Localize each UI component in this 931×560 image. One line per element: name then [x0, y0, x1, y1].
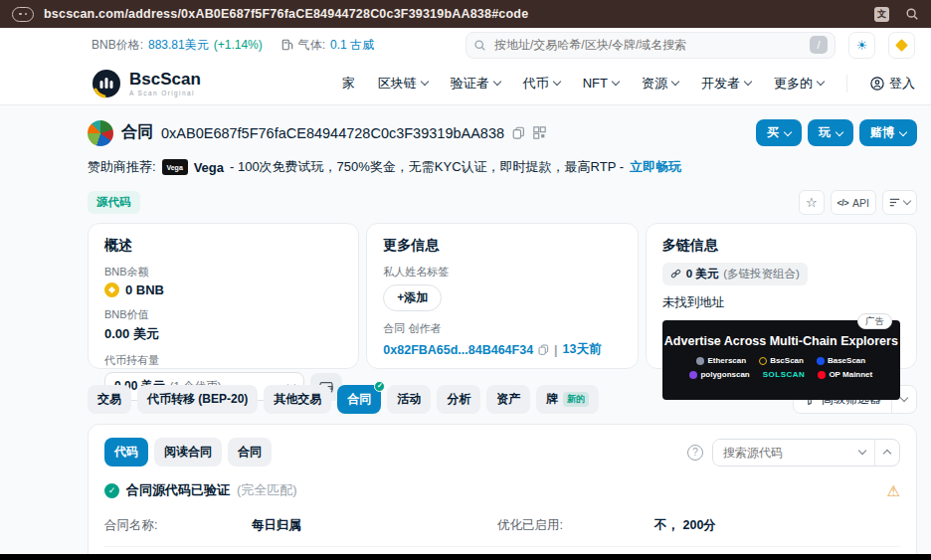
signin-button[interactable]: 登入: [870, 75, 915, 93]
source-search-input[interactable]: [713, 440, 850, 466]
nav-item-home[interactable]: 家: [342, 75, 355, 93]
search-bar[interactable]: /: [466, 32, 836, 59]
add-name-tag-button[interactable]: +添加: [383, 284, 442, 311]
tab-code[interactable]: 代码: [104, 438, 148, 467]
ad-banner[interactable]: 广告 Advertise Across Multi-Chain Explorer…: [662, 320, 900, 400]
brand-logo[interactable]: BscScan A Scan Original: [92, 69, 201, 98]
ad-logo-op-mainnet: OP Mainnet: [818, 370, 872, 379]
address-type-label: 合同: [121, 122, 153, 143]
ad-logo-etherscan: Etherscan: [696, 356, 746, 365]
bnb-coin-icon: [104, 282, 119, 297]
copy-creator-button[interactable]: [538, 344, 549, 355]
chevron-up-icon: [883, 450, 891, 458]
search-input[interactable]: [492, 37, 804, 53]
person-icon: [870, 77, 884, 91]
nav-item-tokens[interactable]: 代币: [523, 75, 560, 93]
multichain-title: 多链信息: [662, 237, 900, 255]
nav-item-developers[interactable]: 开发者: [701, 75, 751, 93]
chevron-down-icon: [784, 127, 792, 135]
separator: |: [554, 343, 558, 357]
tab-analytics[interactable]: 分析: [437, 385, 480, 414]
nav-item-blockchain[interactable]: 区块链: [378, 75, 428, 93]
favorite-button[interactable]: ☆: [799, 190, 825, 215]
contract-code-panel: 代码 阅读合同 合同 ? ✓ 合同源代码已验证 (完全匹配) ⚠ 合同名称: 每…: [88, 424, 917, 560]
address-avatar: [88, 120, 113, 146]
creator-label: 合同 创作者: [383, 321, 621, 336]
ad-logo-polygonscan: polygonscan: [689, 370, 749, 379]
sponsored-banner: 赞助商推荐: Vega Vega - 100次免费试玩，750%奖金，无需KYC…: [88, 158, 917, 176]
browser-address-bar[interactable]: bscscan.com/address/0xAB0E687f5F76faCE84…: [0, 0, 931, 28]
gamble-button[interactable]: 赌博: [859, 119, 917, 146]
source-code-badge: 源代码: [88, 191, 140, 214]
translate-icon[interactable]: 文: [874, 7, 889, 22]
sponsor-cta-link[interactable]: 立即畅玩: [630, 158, 681, 176]
overview-title: 概述: [104, 237, 342, 255]
list-filter-icon: [889, 197, 900, 208]
tab-write-contract[interactable]: 合同: [228, 438, 272, 467]
chevron-down-icon: [744, 78, 752, 86]
qr-code-icon: [533, 126, 546, 139]
page-content: 合同 0xAB0E687f5F76faCE84944728C0c3F39319b…: [0, 105, 931, 560]
site-settings-icon[interactable]: [12, 7, 34, 22]
source-search-dropdown[interactable]: [850, 440, 874, 466]
network-bnb-button[interactable]: [888, 32, 915, 59]
code-icon: </>: [838, 198, 849, 208]
gas-value[interactable]: 0.1 古威: [330, 37, 374, 54]
brand-tagline: A Scan Original: [129, 90, 201, 96]
tab-token-transfers[interactable]: 代币转移 (BEP-20): [137, 385, 258, 414]
help-icon[interactable]: ?: [687, 445, 703, 461]
nav-item-validators[interactable]: 验证者: [451, 75, 500, 93]
creator-address-link[interactable]: 0x82FBA65d...84B464F34: [383, 343, 533, 357]
more-info-card: 更多信息 私人姓名标签 +添加 合同 创作者 0x82FBA65d...84B4…: [366, 223, 638, 369]
copy-address-button[interactable]: [512, 126, 525, 139]
chevron-down-icon: [817, 78, 825, 86]
bnb-icon: [895, 39, 908, 52]
tab-contract[interactable]: 合同✓: [337, 385, 381, 414]
nav-item-resources[interactable]: 资源: [642, 75, 678, 93]
check-circle-icon: ✓: [104, 483, 119, 498]
qr-code-button[interactable]: [533, 126, 546, 139]
slash-key-badge: /: [810, 36, 828, 54]
tab-assets[interactable]: 资产: [486, 385, 530, 414]
optimization-label: 优化已启用:: [497, 505, 654, 547]
verified-text: 合同源代码已验证: [126, 481, 230, 499]
nav-item-more[interactable]: 更多的: [774, 75, 824, 93]
creator-time-link[interactable]: 13天前: [563, 341, 602, 358]
zoom-icon[interactable]: [905, 7, 919, 21]
overview-card: 概述 BNB余额 0 BNB BNB价值 0.00 美元 代币持有量 0.00 …: [88, 223, 359, 369]
ad-logo-basescan: BaseScan: [817, 356, 865, 365]
bnb-price-label: BNB价格:: [92, 37, 143, 54]
chevron-down-icon: [903, 197, 911, 205]
tab-read-contract[interactable]: 阅读合同: [154, 438, 222, 467]
bottom-strip: [0, 554, 931, 560]
chevron-down-icon: [420, 78, 428, 86]
sponsor-text: - 100次免费试玩，750%奖金，无需KYC认证，即时提款，最高RTP -: [230, 158, 624, 176]
warning-icon[interactable]: ⚠: [887, 483, 900, 498]
tab-transactions[interactable]: 交易: [88, 385, 131, 414]
chevron-down-icon: [900, 394, 908, 402]
multichain-portfolio-badge[interactable]: 0 美元 (多链投资组合): [662, 263, 808, 285]
bnb-value: 0.00 美元: [104, 325, 159, 343]
collapse-button[interactable]: [874, 440, 899, 466]
tab-internal-transactions[interactable]: 其他交易: [264, 385, 331, 414]
optimization-value: 不， 200分: [654, 505, 900, 547]
sun-icon: ☀: [856, 39, 868, 52]
url-text[interactable]: bscscan.com/address/0xAB0E687f5F76faCE84…: [44, 7, 528, 21]
buy-button[interactable]: 买: [756, 119, 802, 146]
new-badge: 新的: [563, 392, 589, 407]
bnb-price-value[interactable]: 883.81美元: [148, 37, 209, 54]
nav-item-nft[interactable]: NFT: [583, 76, 619, 91]
verified-check-icon: ✓: [374, 381, 385, 392]
tab-cards[interactable]: 牌新的: [536, 385, 599, 414]
nav-divider: [846, 75, 847, 93]
token-holdings-label: 代币持有量: [104, 353, 342, 368]
theme-toggle-button[interactable]: ☀: [848, 32, 875, 59]
api-button[interactable]: </>API: [831, 190, 876, 215]
chain-icon: [670, 269, 681, 280]
chevron-down-icon: [492, 78, 500, 86]
chevron-down-icon: [899, 127, 907, 135]
tab-events[interactable]: 活动: [387, 385, 431, 414]
play-button[interactable]: 玩: [808, 119, 853, 146]
view-options-button[interactable]: [882, 190, 917, 215]
contract-name-label: 合同名称:: [104, 505, 252, 547]
